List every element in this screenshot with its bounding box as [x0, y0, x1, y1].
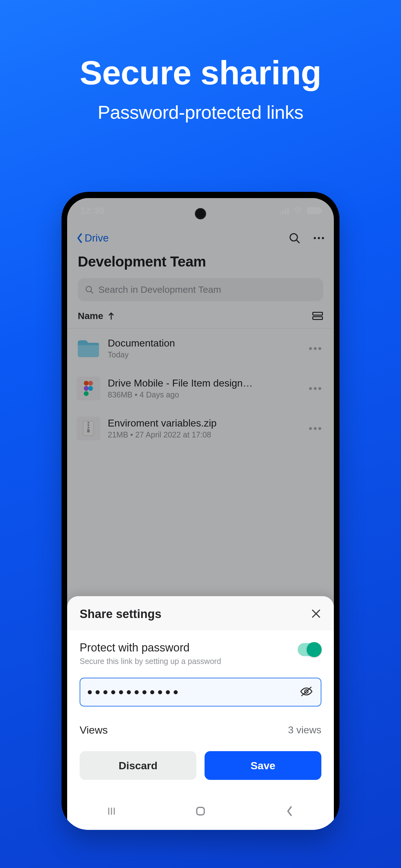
save-button[interactable]: Save — [205, 751, 321, 780]
promo-subtitle: Password-protected links — [98, 101, 303, 123]
toggle-knob — [307, 642, 322, 657]
eye-off-icon — [300, 686, 313, 697]
svg-rect-19 — [197, 807, 204, 815]
share-settings-sheet: Share settings Protect with password Sec… — [67, 596, 334, 830]
phone-screen: 12:30 Drive — [67, 198, 334, 830]
android-navbar — [67, 793, 334, 830]
reveal-password-button[interactable] — [300, 686, 313, 698]
password-dots — [88, 690, 300, 694]
recent-apps-icon — [106, 806, 117, 816]
protect-label: Protect with password — [80, 641, 221, 654]
recent-apps-button[interactable] — [105, 804, 119, 818]
promo-title: Secure sharing — [80, 53, 321, 92]
close-icon — [311, 608, 321, 619]
chevron-left-icon — [286, 806, 293, 816]
close-button[interactable] — [311, 608, 321, 620]
home-icon — [195, 806, 206, 817]
phone-frame: 12:30 Drive — [62, 192, 339, 830]
protect-sublabel: Secure this link by setting up a passwor… — [80, 657, 221, 666]
protect-toggle[interactable] — [298, 643, 321, 656]
views-label: Views — [80, 724, 108, 736]
camera-cutout — [195, 208, 206, 219]
views-value: 3 views — [288, 724, 321, 736]
sheet-title: Share settings — [80, 608, 162, 621]
back-nav-button[interactable] — [282, 804, 296, 818]
discard-button[interactable]: Discard — [80, 751, 196, 780]
home-button[interactable] — [194, 804, 207, 818]
password-field[interactable] — [80, 678, 321, 707]
